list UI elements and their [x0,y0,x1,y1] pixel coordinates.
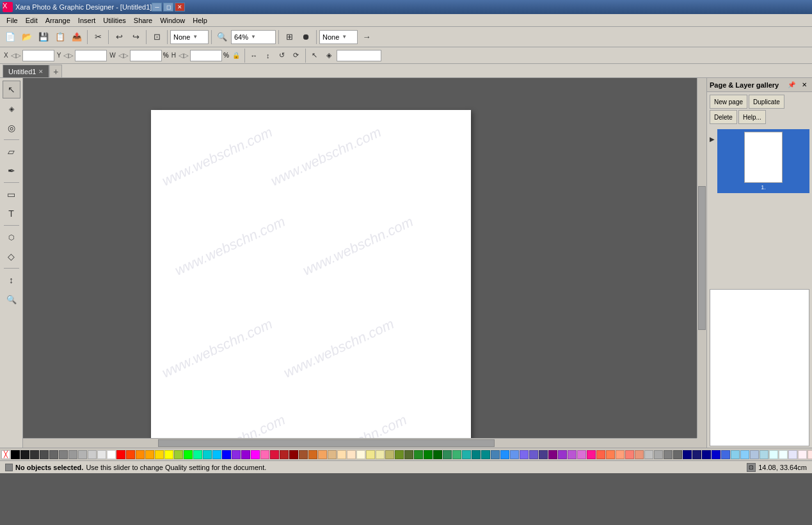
zoom-dropdown[interactable]: 64% ▼ [231,30,276,44]
page-thumb-container-1[interactable]: 1. [717,129,809,193]
new-button[interactable]: 📄 [3,29,18,45]
delete-button[interactable]: Delete [710,110,737,124]
select-tool[interactable]: ↖ [3,81,20,98]
color-swatch-15[interactable] [155,450,164,459]
cut-button[interactable]: ✂ [90,29,106,45]
copy-doc-button[interactable]: 📋 [52,29,68,45]
pen-tool[interactable]: ✒ [3,162,20,180]
select-tool-prop[interactable]: ↖ [308,49,321,62]
scroll-thumb-horizontal[interactable] [158,439,495,447]
color-swatch-8[interactable] [88,450,97,459]
color-swatch-4[interactable] [49,450,58,459]
color-swatch-38[interactable] [376,450,385,459]
color-swatch-48[interactable] [472,450,481,459]
color-swatch-45[interactable] [443,450,452,459]
color-swatch-40[interactable] [395,450,404,459]
color-swatch-59[interactable] [577,450,586,459]
color-swatch-63[interactable] [616,450,625,459]
color-swatch-2[interactable] [30,450,39,459]
color-swatch-3[interactable] [40,450,49,459]
color-swatch-23[interactable] [232,450,241,459]
color-swatch-1[interactable] [20,450,29,459]
color-swatch-47[interactable] [462,450,471,459]
color-swatch-58[interactable] [568,450,577,459]
menu-arrange[interactable]: Arrange [42,15,74,26]
zoom-out-button[interactable]: 🔍 [214,29,230,45]
color-swatch-52[interactable] [510,450,519,459]
close-btn[interactable]: ✕ [175,3,185,12]
color-swatch-77[interactable] [750,450,759,459]
color-swatch-17[interactable] [174,450,183,459]
expand-arrow[interactable]: ▶ [710,129,715,193]
arrow-button[interactable]: → [359,29,374,45]
color-swatch-53[interactable] [520,450,529,459]
color-swatch-11[interactable] [116,450,125,459]
color-swatch-68[interactable] [664,450,673,459]
flip-h-button[interactable]: ↔ [248,49,260,62]
color-swatch-5[interactable] [59,450,68,459]
color-swatch-35[interactable] [347,450,356,459]
menu-edit[interactable]: Edit [22,15,42,26]
menu-share[interactable]: Share [130,15,156,26]
no-color-swatch[interactable]: ╳ [1,450,10,459]
menu-file[interactable]: File [3,15,22,26]
color-swatch-36[interactable] [356,450,365,459]
color-swatch-44[interactable] [433,450,442,459]
panel-close-btn[interactable]: ✕ [799,80,809,90]
color-swatch-60[interactable] [587,450,596,459]
color-swatch-62[interactable] [606,450,615,459]
color-swatch-76[interactable] [740,450,749,459]
color-swatch-61[interactable] [596,450,605,459]
color-swatch-71[interactable] [692,450,701,459]
push-tool[interactable]: ↕ [3,271,20,289]
transparency-tool[interactable]: ◇ [3,247,20,265]
menu-utilities[interactable]: Utilities [99,15,129,26]
color-swatch-13[interactable] [136,450,145,459]
fill-tool[interactable]: ⬡ [3,228,20,246]
help-button[interactable]: Help... [738,110,766,124]
new-page-button[interactable]: New page [710,95,747,109]
color-swatch-50[interactable] [491,450,500,459]
color-swatch-49[interactable] [481,450,490,459]
color-swatch-56[interactable] [548,450,557,459]
x-input[interactable] [22,50,54,61]
tab-close-btn[interactable]: ✕ [38,68,44,75]
color-swatch-33[interactable] [328,450,337,459]
node-tool-prop[interactable]: ◈ [322,49,335,62]
color-swatch-41[interactable] [404,450,413,459]
color-swatch-46[interactable] [452,450,461,459]
canvas-scroll-vertical[interactable] [697,78,706,438]
undo-button[interactable]: ↩ [111,29,127,45]
color-swatch-43[interactable] [424,450,433,459]
none-dropdown[interactable]: None ▼ [170,30,209,44]
color-swatch-34[interactable] [337,450,346,459]
color-swatch-72[interactable] [702,450,711,459]
export-button[interactable]: 📤 [69,29,84,45]
none2-dropdown[interactable]: None ▼ [319,30,358,44]
color-swatch-24[interactable] [241,450,250,459]
color-swatch-42[interactable] [414,450,423,459]
color-swatch-22[interactable] [222,450,231,459]
color-swatch-28[interactable] [280,450,289,459]
grid-button[interactable]: ⊞ [282,29,297,45]
color-swatch-80[interactable] [779,450,788,459]
restore-btn[interactable]: ◻ [163,3,173,12]
color-swatch-26[interactable] [260,450,269,459]
snap-button[interactable]: ⏺ [298,29,314,45]
color-swatch-54[interactable] [529,450,538,459]
color-swatch-73[interactable] [712,450,720,459]
redo-button[interactable]: ↪ [128,29,143,45]
open-button[interactable]: 📂 [19,29,35,45]
color-swatch-7[interactable] [78,450,87,459]
y-input[interactable] [75,50,107,61]
rotate-button[interactable]: ↺ [276,49,289,62]
color-swatch-27[interactable] [270,450,279,459]
panel-pin-btn[interactable]: 📌 [786,80,797,90]
color-swatch-6[interactable] [68,450,77,459]
node-edit-tool[interactable]: ◈ [3,100,20,118]
h-input[interactable] [190,50,222,61]
color-swatch-69[interactable] [673,450,682,459]
add-tab-button[interactable]: + [49,65,62,77]
color-swatch-19[interactable] [193,450,202,459]
color-swatch-20[interactable] [203,450,212,459]
